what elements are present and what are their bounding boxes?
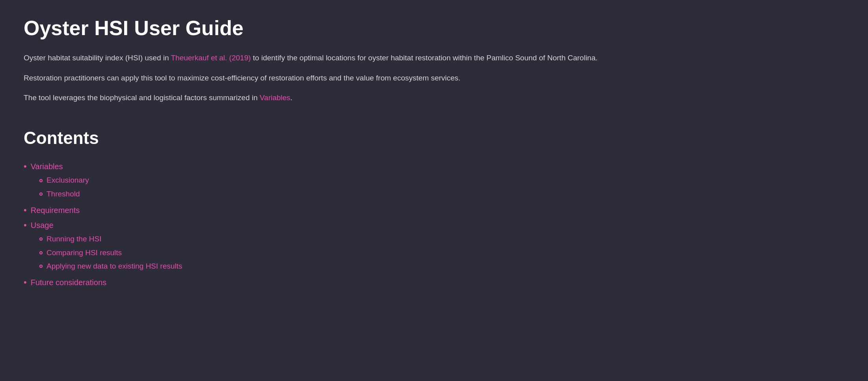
sub-contents-list-item: Threshold [39,188,89,200]
circle-bullet-icon [39,251,43,254]
sub-contents-list-item: Exclusionary [39,174,89,186]
sub-contents-list-item: Comparing HSI results [39,247,182,259]
theuerkauf-link[interactable]: Theuerkauf et al. (2019) [171,54,251,62]
contents-link[interactable]: Future considerations [31,276,106,289]
intro-paragraph-2: Restoration practitioners can apply this… [24,72,844,84]
sub-contents-list: Running the HSIComparing HSI resultsAppl… [24,233,182,274]
contents-list-item: •Future considerations [24,276,844,289]
intro-p3-before: The tool leverages the biophysical and l… [24,93,260,102]
sub-contents-link[interactable]: Exclusionary [47,174,89,186]
variables-inline-link[interactable]: Variables [260,93,291,102]
bullet-icon: • [24,162,27,171]
sub-contents-link[interactable]: Running the HSI [47,233,101,245]
page-title: Oyster HSI User Guide [24,16,844,40]
circle-bullet-icon [39,192,43,196]
circle-bullet-icon [39,265,43,268]
contents-list-item: •UsageRunning the HSIComparing HSI resul… [24,219,844,274]
bullet-icon: • [24,206,27,215]
bullet-icon: • [24,221,27,230]
contents-list-item: •Requirements [24,204,844,217]
circle-bullet-icon [39,237,43,241]
intro-paragraph-1: Oyster habitat suitability index (HSI) u… [24,52,844,64]
sub-contents-list-item: Applying new data to existing HSI result… [39,260,182,272]
sub-contents-list: ExclusionaryThreshold [24,174,89,202]
circle-bullet-icon [39,179,43,182]
sub-contents-link[interactable]: Threshold [47,188,80,200]
sub-contents-list-item: Running the HSI [39,233,182,245]
bullet-icon: • [24,278,27,287]
intro-p3-after: . [291,93,292,102]
intro-section: Oyster habitat suitability index (HSI) u… [24,52,844,104]
contents-link[interactable]: Variables [31,160,63,173]
sub-contents-link[interactable]: Comparing HSI results [47,247,122,259]
contents-heading: Contents [24,128,844,149]
sub-contents-link[interactable]: Applying new data to existing HSI result… [47,260,182,272]
contents-link[interactable]: Usage [31,219,54,232]
intro-p1-before: Oyster habitat suitability index (HSI) u… [24,54,171,62]
intro-paragraph-3: The tool leverages the biophysical and l… [24,92,844,104]
intro-p1-after: to identify the optimal locations for oy… [251,54,598,62]
contents-list-item: •VariablesExclusionaryThreshold [24,160,844,202]
contents-list: •VariablesExclusionaryThreshold•Requirem… [24,160,844,289]
contents-link[interactable]: Requirements [31,204,80,217]
